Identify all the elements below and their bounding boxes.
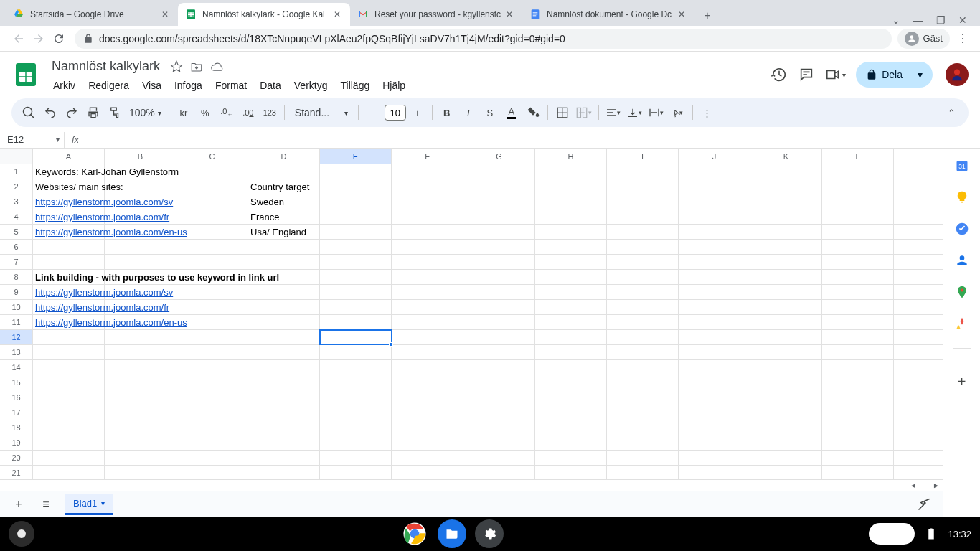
cell[interactable] (33, 360, 105, 375)
browser-tab-active[interactable]: Namnlöst kalkylark - Google Kal ✕ (178, 3, 350, 26)
cell[interactable] (750, 225, 822, 239)
cell[interactable] (320, 255, 392, 269)
cell[interactable] (463, 390, 535, 405)
cell[interactable] (822, 179, 894, 194)
cell[interactable] (607, 330, 679, 344)
cell[interactable] (822, 360, 894, 375)
cell[interactable] (535, 420, 607, 435)
font-size-input[interactable] (385, 105, 406, 121)
collapse-toolbar-button[interactable]: ⌃ (941, 103, 961, 123)
cell[interactable] (320, 466, 392, 479)
cell[interactable] (320, 285, 392, 299)
column-header[interactable]: G (463, 149, 535, 164)
cell[interactable] (535, 390, 607, 405)
cell[interactable]: https://gyllenstorm.joomla.com/en-us (33, 225, 105, 239)
zoom-selector[interactable]: 100% ▾ (126, 107, 164, 118)
close-icon[interactable]: ✕ (159, 9, 171, 20)
column-header[interactable]: D (248, 149, 320, 164)
cell[interactable] (176, 240, 248, 254)
sheet-tab-active[interactable]: Blad1▾ (65, 494, 113, 515)
cell[interactable] (535, 225, 607, 239)
cell[interactable] (607, 179, 679, 194)
valign-button[interactable]: ▾ (625, 103, 645, 123)
cell[interactable] (463, 270, 535, 284)
cell[interactable] (176, 345, 248, 359)
cell[interactable] (750, 405, 822, 420)
cell[interactable] (822, 270, 894, 284)
chevron-down-icon[interactable]: ⌄ (892, 14, 900, 26)
status-tray[interactable] (869, 523, 915, 545)
cell[interactable] (392, 179, 463, 194)
cell[interactable] (750, 315, 822, 329)
user-avatar[interactable] (946, 63, 969, 86)
cell[interactable] (679, 194, 750, 209)
cell[interactable] (33, 390, 105, 405)
cell[interactable] (535, 451, 607, 465)
cell[interactable] (320, 270, 392, 284)
browser-menu-button[interactable]: ⋮ (954, 32, 971, 45)
maximize-icon[interactable]: ❐ (936, 14, 946, 26)
cell[interactable] (105, 390, 176, 405)
cell[interactable] (392, 240, 463, 254)
cell[interactable] (248, 435, 320, 450)
font-selector[interactable]: Stand...▾ (289, 107, 354, 118)
strikethrough-button[interactable]: S (480, 103, 500, 123)
cell[interactable] (392, 255, 463, 269)
history-icon[interactable] (771, 66, 788, 83)
currency-button[interactable]: kr (174, 103, 194, 123)
cell[interactable] (535, 285, 607, 299)
horizontal-scrollbar[interactable]: ◄► (0, 479, 943, 491)
cell[interactable] (33, 330, 105, 344)
cell[interactable] (392, 390, 463, 405)
cell[interactable] (176, 225, 248, 239)
clock[interactable]: 13:32 (948, 529, 971, 540)
cell[interactable] (463, 435, 535, 450)
meet-icon[interactable]: ▾ (825, 66, 846, 83)
cell[interactable]: https://gyllenstorm.joomla.com/sv (33, 285, 105, 299)
cell[interactable]: Country target (248, 179, 320, 194)
cell[interactable] (679, 420, 750, 435)
explore-button[interactable] (915, 496, 933, 513)
row-header[interactable]: 1 (0, 164, 33, 179)
cell[interactable] (176, 315, 248, 329)
cell[interactable] (679, 225, 750, 239)
row-header[interactable]: 11 (0, 315, 33, 329)
cell[interactable] (463, 240, 535, 254)
cell[interactable] (176, 360, 248, 375)
cell[interactable] (822, 345, 894, 359)
row-header[interactable]: 15 (0, 375, 33, 390)
cell[interactable] (607, 240, 679, 254)
cell[interactable] (176, 164, 248, 179)
cell[interactable] (679, 451, 750, 465)
cell[interactable] (750, 209, 822, 224)
cell[interactable] (463, 164, 535, 179)
cell[interactable] (176, 390, 248, 405)
cell[interactable] (535, 270, 607, 284)
cell[interactable] (822, 225, 894, 239)
cell[interactable] (607, 270, 679, 284)
cell[interactable] (392, 451, 463, 465)
cell[interactable] (535, 435, 607, 450)
cell[interactable] (320, 225, 392, 239)
cell[interactable] (463, 375, 535, 390)
more-formats-button[interactable]: 123 (260, 103, 280, 123)
row-header[interactable]: 19 (0, 435, 33, 450)
close-window-icon[interactable]: ✕ (958, 14, 967, 26)
cell[interactable] (463, 225, 535, 239)
cell[interactable]: https://gyllenstorm.joomla.com/fr (33, 300, 105, 314)
cell[interactable] (535, 315, 607, 329)
cell[interactable] (822, 375, 894, 390)
comment-icon[interactable] (798, 66, 815, 83)
cell[interactable]: Websites/ main sites: (33, 179, 105, 194)
column-header[interactable]: F (392, 149, 463, 164)
cell[interactable] (248, 330, 320, 344)
cell[interactable] (535, 240, 607, 254)
cell[interactable] (750, 255, 822, 269)
column-header[interactable]: A (33, 149, 105, 164)
cell[interactable] (535, 194, 607, 209)
cell[interactable] (463, 255, 535, 269)
cell[interactable] (33, 420, 105, 435)
cell[interactable] (822, 240, 894, 254)
cell[interactable] (607, 360, 679, 375)
undo-button[interactable] (40, 103, 60, 123)
